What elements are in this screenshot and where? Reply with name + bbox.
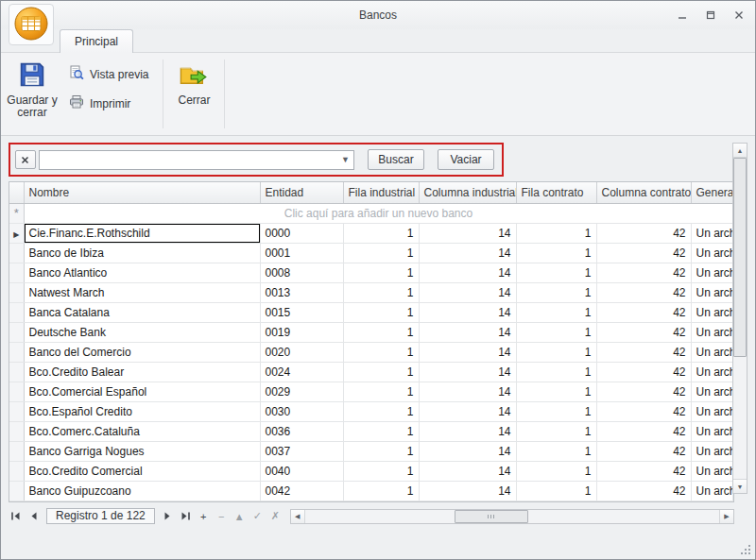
cell-generar[interactable]: Un arch [691,421,733,441]
cancel-edit-button[interactable]: ✗ [268,509,283,523]
cell-generar[interactable]: Un arch [691,302,733,322]
cell-fila-industrial[interactable]: 1 [343,263,419,282]
cell-generar[interactable]: Un arch [691,243,733,263]
horizontal-scroll-track[interactable] [305,510,719,523]
cell-generar[interactable]: Un arch [691,461,733,481]
guardar-y-cerrar-button[interactable]: Guardar y cerrar [5,56,60,132]
cell-columna-contrato[interactable]: 42 [596,322,691,342]
cell-entidad[interactable]: 0015 [260,302,343,322]
cell-fila-contrato[interactable]: 1 [516,461,596,481]
cell-nombre[interactable]: Banco Garriga Nogues [24,441,260,461]
cell-columna-contrato[interactable]: 42 [596,461,691,481]
cell-fila-industrial[interactable]: 1 [343,282,419,302]
table-row[interactable]: Banco del Comercio 0020 1 14 1 42 Un arc… [9,342,733,362]
column-header-fila-industrial[interactable]: Fila industrial [343,182,419,203]
cell-fila-contrato[interactable]: 1 [516,382,596,401]
cell-entidad[interactable]: 0001 [260,243,343,263]
cell-nombre[interactable]: Banca Catalana [24,302,260,322]
table-row[interactable]: Banca Catalana 0015 1 14 1 42 Un arch [9,302,733,322]
column-header-columna-industrial[interactable]: Columna industrial [419,182,516,203]
buscar-button[interactable]: Buscar [368,149,424,170]
cell-fila-contrato[interactable]: 1 [516,263,596,282]
cell-nombre[interactable]: Banco del Comercio [24,342,260,362]
cell-columna-contrato[interactable]: 42 [596,421,691,441]
close-button[interactable] [732,8,746,22]
cell-columna-contrato[interactable]: 42 [596,401,691,421]
cell-nombre[interactable]: Bco.Comercial Español [24,382,260,401]
vertical-scroll-thumb[interactable] [733,158,747,357]
column-header-fila-contrato[interactable]: Fila contrato [516,182,596,203]
cell-fila-industrial[interactable]: 1 [343,302,419,322]
cell-generar[interactable]: Un arch [691,362,733,382]
cell-columna-industrial[interactable]: 14 [419,401,516,421]
cell-generar[interactable]: Un arch [691,441,733,461]
cell-columna-contrato[interactable]: 42 [596,282,691,302]
cell-generar[interactable]: Un arch [691,382,733,401]
chevron-down-icon[interactable]: ▼ [337,151,353,169]
table-row[interactable]: Bco.Comercial Español 0029 1 14 1 42 Un … [9,382,733,401]
horizontal-scrollbar[interactable]: ◀ ▶ [290,509,734,524]
cell-nombre[interactable]: Bco.Credito Balear [24,362,260,382]
cell-fila-contrato[interactable]: 1 [516,282,596,302]
column-header-nombre[interactable]: Nombre [24,182,260,203]
cell-columna-industrial[interactable]: 14 [419,342,516,362]
cell-nombre[interactable]: Banco Atlantico [24,263,260,282]
cell-fila-industrial[interactable]: 1 [343,362,419,382]
cell-nombre[interactable]: Deutsche Bank [24,322,260,342]
cell-generar[interactable]: Un arch [691,342,733,362]
cell-nombre[interactable]: Bco.Español Credito [24,401,260,421]
cell-columna-contrato[interactable]: 42 [596,302,691,322]
cell-columna-industrial[interactable]: 14 [419,441,516,461]
table-row[interactable]: Banco de Ibiza 0001 1 14 1 42 Un arch [9,243,733,263]
cell-entidad[interactable]: 0000 [260,223,343,243]
maximize-button[interactable] [704,8,717,22]
cell-fila-contrato[interactable]: 1 [516,362,596,382]
cell-fila-industrial[interactable]: 1 [343,382,419,401]
cell-nombre[interactable]: Cie.Financ.E.Rothschild [24,223,260,243]
cell-columna-contrato[interactable]: 42 [596,481,691,501]
column-header-entidad[interactable]: Entidad [260,182,343,203]
cell-nombre[interactable]: Banco de Ibiza [24,243,260,263]
cell-columna-industrial[interactable]: 14 [419,421,516,441]
cell-columna-contrato[interactable]: 42 [596,382,691,401]
app-menu-button[interactable] [9,4,54,45]
cell-columna-contrato[interactable]: 42 [596,263,691,282]
table-row[interactable]: Banco Atlantico 0008 1 14 1 42 Un arch [9,263,733,282]
column-header-columna-contrato[interactable]: Columna contrato [596,182,691,203]
cell-columna-contrato[interactable]: 42 [596,223,691,243]
table-row[interactable]: Natwest March 0013 1 14 1 42 Un arch [9,282,733,302]
cell-generar[interactable]: Un arch [691,223,733,243]
table-row[interactable]: Bco.Comerc.Cataluña 0036 1 14 1 42 Un ar… [9,421,733,441]
cell-fila-industrial[interactable]: 1 [343,322,419,342]
cell-fila-contrato[interactable]: 1 [516,322,596,342]
vertical-scrollbar[interactable]: ▲ ▼ [732,143,747,494]
cell-columna-industrial[interactable]: 14 [419,223,516,243]
cell-fila-contrato[interactable]: 1 [516,421,596,441]
cell-fila-contrato[interactable]: 1 [516,401,596,421]
cell-generar[interactable]: Un arch [691,401,733,421]
cell-columna-industrial[interactable]: 14 [419,243,516,263]
close-search-panel-button[interactable] [15,150,36,169]
horizontal-scroll-thumb[interactable] [455,510,529,523]
cell-fila-contrato[interactable]: 1 [516,441,596,461]
table-row[interactable]: Banco Guipuzcoano 0042 1 14 1 42 Un arch [9,481,733,501]
cell-fila-industrial[interactable]: 1 [343,243,419,263]
cell-fila-industrial[interactable]: 1 [343,421,419,441]
cell-fila-industrial[interactable]: 1 [343,223,419,243]
delete-record-button[interactable]: − [215,509,229,523]
table-row[interactable]: Bco.Credito Comercial 0040 1 14 1 42 Un … [9,461,733,481]
cell-entidad[interactable]: 0036 [260,421,343,441]
vaciar-button[interactable]: Vaciar [438,149,494,170]
cell-entidad[interactable]: 0029 [260,382,343,401]
minimize-button[interactable] [676,8,689,22]
cell-generar[interactable]: Un arch [691,481,733,501]
table-row[interactable]: ▶ Cie.Financ.E.Rothschild 0000 1 14 1 42… [9,223,733,243]
last-record-button[interactable] [179,509,193,523]
search-input[interactable] [40,151,337,169]
cell-columna-contrato[interactable]: 42 [596,441,691,461]
cell-fila-industrial[interactable]: 1 [343,401,419,421]
cerrar-button[interactable]: Cerrar [166,56,221,132]
imprimir-button[interactable]: Imprimir [65,93,152,114]
cell-fila-industrial[interactable]: 1 [343,461,419,481]
cell-columna-industrial[interactable]: 14 [419,263,516,282]
